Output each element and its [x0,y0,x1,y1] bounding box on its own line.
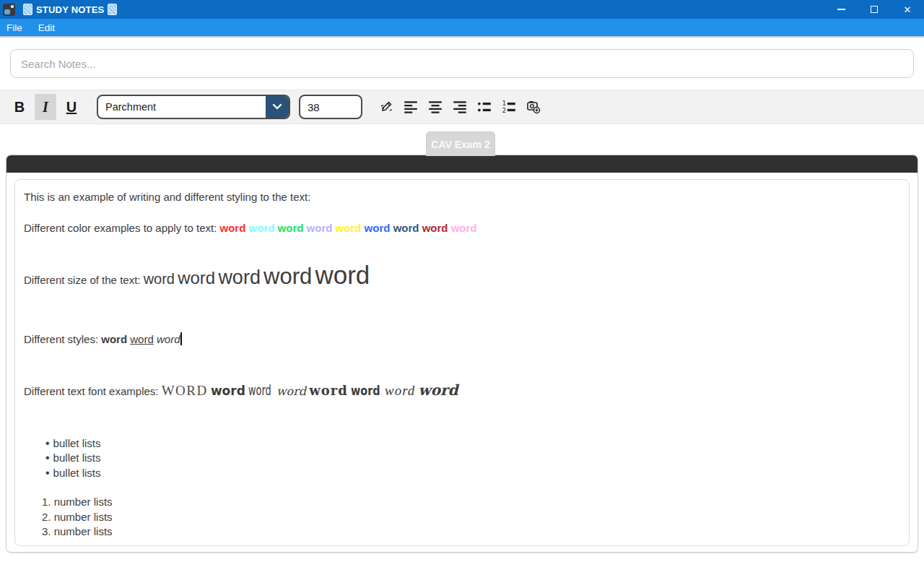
font-family-select[interactable]: Parchment [97,95,290,119]
font-size-input[interactable] [299,95,362,119]
text-caret [180,332,182,345]
font-word: WORD [162,383,208,398]
bullet-list-item: bullet lists [45,466,900,481]
size-line: Different size of the text: word word wo… [24,258,900,293]
maximize-icon [871,6,878,13]
font-word: word [211,384,245,398]
number-list-item: number lists [42,495,900,510]
number-list-item: number lists [42,510,900,525]
font-family-value: Parchment [98,101,266,113]
editor-panel: This is an example of writing and differ… [6,155,918,553]
svg-text:2: 2 [502,107,506,114]
bullet-list: bullet listsbullet listsbullet lists [45,436,900,481]
align-center-button[interactable] [423,94,448,120]
bullet-list-item: bullet lists [45,451,900,466]
colored-word: word [249,222,275,234]
font-word: word [248,381,271,400]
add-image-button[interactable] [521,94,546,120]
window-title: STUDY NOTES [36,4,104,15]
colored-word: word [422,222,448,234]
highlighter-pen-icon [378,99,394,115]
bullet-list-item: bullet lists [45,436,900,451]
bullet-list-icon [476,99,492,115]
titlebar: STUDY NOTES ✕ [0,0,924,19]
add-image-icon [526,99,541,115]
size-words: word word word word word [144,274,370,286]
align-right-icon [452,99,468,115]
style-words: word word word [101,333,182,345]
font-line: Different text font examples: WORD word … [24,381,900,400]
align-center-icon [427,99,443,115]
sized-word: word [144,271,175,287]
menubar: File Edit [0,19,924,38]
search-section [0,39,924,90]
maximize-button[interactable] [858,0,891,19]
align-right-button[interactable] [448,94,472,120]
font-word: word [309,383,348,398]
styled-word: word [101,333,127,345]
number-list-item: number lists [42,524,900,540]
colored-word: word [220,222,246,234]
italic-button[interactable]: I [35,94,56,120]
intro-text: This is an example of writing and differ… [24,191,310,203]
close-button[interactable]: ✕ [891,0,924,19]
colored-word: word [307,222,333,234]
styled-word: word [130,333,154,345]
colored-word: word [365,222,391,234]
sized-word: word [218,267,261,288]
notebook-icon [108,4,117,15]
style-line-prefix: Different styles: [24,333,101,345]
font-word: word [351,382,380,399]
minimize-button[interactable] [824,0,858,19]
format-toolbar: B I U Parchment [0,90,924,124]
underline-button[interactable]: U [62,94,81,120]
align-left-icon [403,99,419,115]
note-tab-label: CAV Exam 2 [431,139,489,150]
notebook-icon [23,4,32,15]
font-line-prefix: Different text font examples: [24,385,162,397]
note-tab[interactable]: CAV Exam 2 [426,131,495,156]
intro-line: This is an example of writing and differ… [24,190,900,204]
chevron-down-icon [266,95,289,119]
colored-word: word [278,222,304,234]
styled-word: word [157,333,180,345]
font-word: word [419,381,458,399]
svg-text:1: 1 [502,100,506,107]
sized-word: word [315,261,370,289]
highlighter-button[interactable] [374,94,398,120]
bold-button[interactable]: B [10,94,29,120]
font-words: WORD word word word word word word word [162,385,458,397]
size-line-prefix: Different size of the text: [24,274,144,286]
menu-file[interactable]: File [6,22,22,33]
colored-word: word [393,222,419,234]
style-line: Different styles: word word word [24,332,900,347]
app-icon [3,4,15,16]
color-words: word word word word word word word word … [220,222,477,234]
menu-edit[interactable]: Edit [38,22,55,33]
number-list: number listsnumber listsnumber lists [42,495,900,540]
editor-header-bar [6,155,918,173]
font-word: word [276,384,306,398]
font-word: word [385,383,415,398]
colored-word: word [336,222,362,234]
bullet-list-button[interactable] [472,94,497,120]
color-line-prefix: Different color examples to apply to tex… [24,222,220,234]
window-controls: ✕ [824,0,924,19]
minimize-icon [837,9,845,10]
numbered-list-button[interactable]: 1 2 [497,94,521,120]
sized-word: word [178,268,215,288]
numbered-list-icon: 1 2 [501,99,517,115]
align-left-button[interactable] [398,94,423,120]
colored-word: word [451,222,477,234]
sized-word: word [263,264,312,289]
color-line: Different color examples to apply to tex… [24,221,900,235]
search-input[interactable] [10,49,914,78]
note-text-area[interactable]: This is an example of writing and differ… [14,179,910,546]
